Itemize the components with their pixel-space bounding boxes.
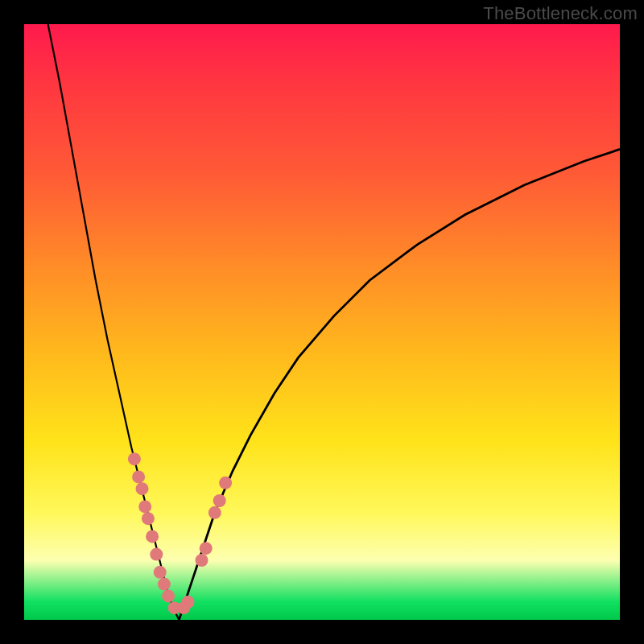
data-point: [136, 482, 149, 495]
data-point: [132, 470, 145, 483]
data-point: [146, 530, 159, 543]
data-point: [142, 512, 155, 525]
data-point: [208, 506, 221, 519]
data-point: [158, 578, 171, 591]
chart-frame: TheBottleneck.com: [0, 0, 644, 644]
data-point: [219, 477, 232, 489]
curve-left-branch: [48, 24, 180, 620]
curve-right-branch: [179, 149, 620, 620]
data-point: [154, 566, 167, 579]
curve-layer: [24, 24, 620, 620]
data-point: [196, 554, 208, 567]
data-point: [128, 452, 141, 465]
data-point: [213, 494, 226, 507]
data-point: [200, 542, 213, 555]
scatter-dots: [128, 452, 232, 614]
data-point: [162, 589, 175, 602]
data-point: [138, 500, 151, 513]
data-point: [150, 548, 163, 561]
data-point: [182, 596, 195, 609]
watermark-label: TheBottleneck.com: [483, 3, 638, 24]
